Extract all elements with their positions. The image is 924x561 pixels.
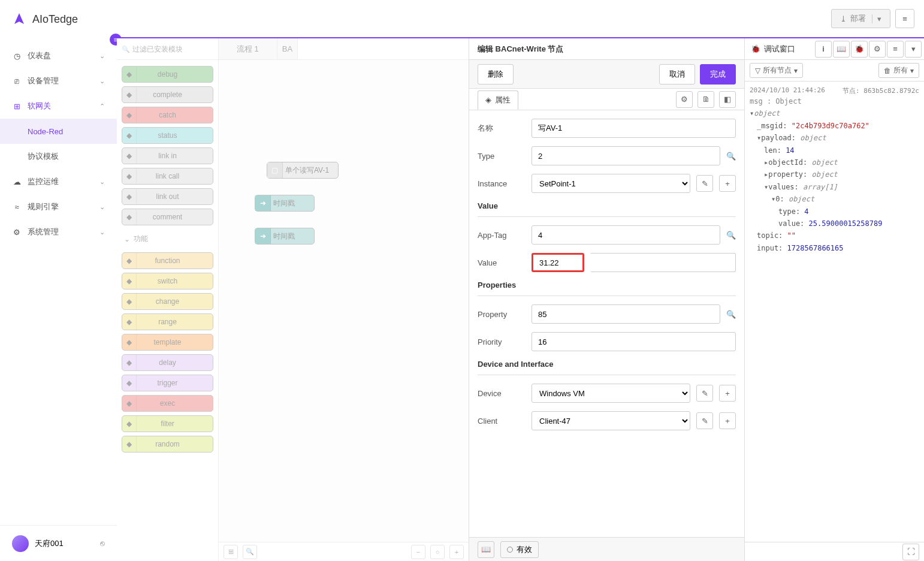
device-select[interactable]: Windows VM <box>532 384 690 403</box>
palette-node-change[interactable]: ◆change <box>122 293 213 310</box>
label-apptag: App-Tag <box>478 231 526 240</box>
info-icon[interactable]: i <box>815 41 832 58</box>
palette-node-link-out[interactable]: ◆link out <box>122 188 213 205</box>
priority-input[interactable] <box>532 332 736 351</box>
nav-system[interactable]: ⚙系统管理⌄ <box>0 219 117 245</box>
tab-properties[interactable]: ◈属性 <box>478 91 518 110</box>
monitor-icon: ☁ <box>12 177 22 186</box>
palette-node-comment[interactable]: ◆comment <box>122 209 213 225</box>
dropdown-icon[interactable]: ▾ <box>905 41 922 58</box>
search-icon <box>122 44 132 53</box>
edit-instance-icon[interactable]: ✎ <box>696 175 713 192</box>
expand-icon[interactable]: ⛶ <box>902 544 919 560</box>
palette-node-delay[interactable]: ◆delay <box>122 354 213 371</box>
add-device-icon[interactable]: + <box>719 385 736 402</box>
zoom-out-icon[interactable]: − <box>411 545 425 559</box>
nav-monitor[interactable]: ☁监控运维⌄ <box>0 169 117 194</box>
palette-node-status[interactable]: ◆status <box>122 127 213 144</box>
debug-icon[interactable]: 🐞 <box>851 41 868 58</box>
search-icon[interactable]: 🔍 <box>726 310 736 319</box>
apptag-input[interactable] <box>532 225 720 245</box>
nav-dashboard[interactable]: ◷仪表盘⌄ <box>0 43 117 68</box>
palette-node-debug[interactable]: ◆debug <box>122 66 213 83</box>
node-type-icon: ◆ <box>122 396 137 411</box>
filter-nodes[interactable]: ▽所有节点▾ <box>750 63 803 78</box>
tab-flow1[interactable]: 流程 1 <box>219 38 277 59</box>
footer-doc-icon[interactable]: 📖 <box>478 541 494 558</box>
msg-type: msg : Object <box>750 95 919 107</box>
palette-node-catch[interactable]: ◆catch <box>122 107 213 123</box>
done-button[interactable]: 完成 <box>700 64 736 85</box>
palette-node-range[interactable]: ◆range <box>122 313 213 330</box>
user-area: 天府001 ⎋ <box>0 525 117 561</box>
edit-client-icon[interactable]: ✎ <box>696 412 713 429</box>
label-priority: Priority <box>478 337 526 346</box>
chevron-down-icon: ⌄ <box>99 228 105 236</box>
name-input[interactable] <box>532 119 736 138</box>
cancel-button[interactable]: 取消 <box>659 64 695 85</box>
palette-node-template[interactable]: ◆template <box>122 334 213 351</box>
palette-node-link-in[interactable]: ◆link in <box>122 147 213 164</box>
logo: AIoTedge <box>0 0 117 38</box>
menu-button[interactable]: ≡ <box>895 9 914 28</box>
help-icon[interactable]: 📖 <box>833 41 850 58</box>
palette-node-switch[interactable]: ◆switch <box>122 273 213 289</box>
node-type-icon: ◆ <box>122 189 137 204</box>
avatar[interactable] <box>12 535 29 552</box>
tab-partial[interactable]: BA <box>277 38 298 59</box>
node-read-av1[interactable]: ▢单个读写AV-1 <box>267 162 339 179</box>
add-instance-icon[interactable]: + <box>719 175 736 192</box>
logout-icon[interactable]: ⎋ <box>100 539 105 548</box>
section-properties: Properties <box>478 280 736 296</box>
grid-toggle-icon[interactable]: ⊞ <box>224 545 238 559</box>
value-input-ext[interactable] <box>590 253 736 272</box>
palette-search-input[interactable] <box>132 45 213 53</box>
palette-node-function[interactable]: ◆function <box>122 252 213 269</box>
node-timestamp-1[interactable]: ➜时间戳 <box>255 195 315 212</box>
appearance-icon[interactable]: ◧ <box>719 91 736 108</box>
chevron-down-icon: ▾ <box>794 67 798 75</box>
search-icon[interactable]: 🔍 <box>726 152 736 161</box>
palette-node-exec[interactable]: ◆exec <box>122 395 213 412</box>
context-icon[interactable]: ≡ <box>887 41 904 58</box>
palette-node-random[interactable]: ◆random <box>122 436 213 453</box>
node-type-icon: ◆ <box>122 355 137 370</box>
topbar: ⤓ 部署 ▾ ≡ <box>117 0 924 38</box>
delete-button[interactable]: 删除 <box>478 64 514 85</box>
client-select[interactable]: Client-47 <box>532 411 690 430</box>
nav-gateway[interactable]: ⊞软网关⌃ <box>0 94 117 119</box>
nav-nodered[interactable]: Node-Red <box>0 119 117 144</box>
zoom-reset-icon[interactable]: ○ <box>430 545 445 559</box>
doc-icon[interactable]: 🗎 <box>697 91 714 108</box>
add-client-icon[interactable]: + <box>719 412 736 429</box>
enabled-toggle[interactable]: 有效 <box>500 541 539 558</box>
zoom-in-icon[interactable]: + <box>449 545 464 559</box>
palette-node-link-call[interactable]: ◆link call <box>122 168 213 185</box>
tree-root[interactable]: ▾object <box>750 107 919 119</box>
flow-canvas[interactable]: ▢单个读写AV-1 ➜时间戳 ➜时间戳 <box>219 60 469 542</box>
type-input[interactable] <box>532 146 720 165</box>
device-icon: ⎚ <box>12 77 22 86</box>
flow-tabs: 流程 1 BA <box>219 38 469 60</box>
debug-tab[interactable]: 🐞调试窗口 <box>745 44 815 55</box>
config-icon[interactable]: ⚙ <box>869 41 886 58</box>
palette-node-filter[interactable]: ◆filter <box>122 415 213 432</box>
clear-button[interactable]: 🗑所有▾ <box>878 63 919 78</box>
settings-icon[interactable]: ⚙ <box>676 91 693 108</box>
value-input[interactable] <box>532 253 584 272</box>
edit-device-icon[interactable]: ✎ <box>696 385 713 402</box>
nav-device[interactable]: ⎚设备管理⌄ <box>0 68 117 94</box>
deploy-button[interactable]: ⤓ 部署 ▾ <box>831 9 890 28</box>
node-type-icon: ◆ <box>122 436 137 452</box>
instance-select[interactable]: SetPoint-1 <box>532 174 690 193</box>
node-timestamp-2[interactable]: ➜时间戳 <box>255 228 315 245</box>
palette-node-complete[interactable]: ◆complete <box>122 86 213 103</box>
nav-protocol[interactable]: 协议模板 <box>0 144 117 169</box>
zoom-search-icon[interactable]: 🔍 <box>243 545 257 559</box>
nav-rules[interactable]: ≈规则引擎⌄ <box>0 194 117 219</box>
palette-node-trigger[interactable]: ◆trigger <box>122 375 213 391</box>
property-input[interactable] <box>532 304 720 324</box>
palette-category-func[interactable]: ⌄ 功能 <box>122 229 213 249</box>
search-icon[interactable]: 🔍 <box>726 231 736 240</box>
chevron-up-icon: ⌃ <box>99 102 105 110</box>
